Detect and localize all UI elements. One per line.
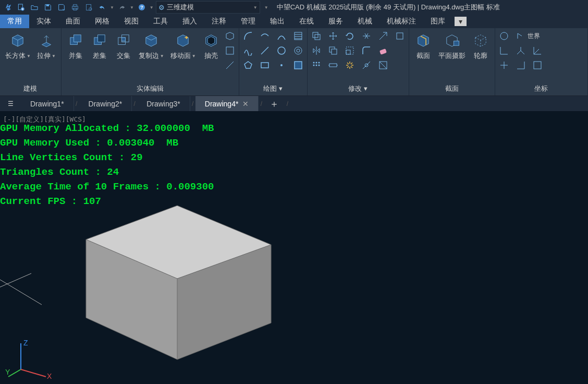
arc2-button[interactable]: [259, 30, 271, 42]
mirror-button[interactable]: [311, 45, 322, 56]
panel-coord: 世界 坐标: [495, 28, 588, 95]
menu-output[interactable]: 输出: [263, 15, 292, 28]
explode-button[interactable]: [344, 59, 356, 71]
box-button[interactable]: 长方体▼: [3, 30, 33, 62]
coord-s1[interactable]: [498, 30, 510, 42]
coord-s4[interactable]: [532, 45, 543, 56]
menu-insert[interactable]: 插入: [175, 15, 204, 28]
ucs-world-button[interactable]: 世界: [515, 30, 540, 42]
viewport[interactable]: [-][自定义][真实][WCS] GPU Memory Allocated :…: [0, 112, 588, 384]
menu-mech-annot[interactable]: 机械标注: [379, 15, 423, 28]
array-button[interactable]: [311, 59, 322, 71]
menu-service[interactable]: 服务: [321, 15, 350, 28]
modify-s4[interactable]: [377, 59, 389, 71]
svg-rect-42: [454, 41, 459, 46]
svg-text:Z: Z: [23, 339, 28, 347]
new-file-button[interactable]: [15, 2, 27, 13]
arc3-button[interactable]: [276, 30, 287, 42]
trim-button[interactable]: [361, 30, 372, 42]
print-preview-button[interactable]: [83, 2, 94, 13]
close-tab-icon[interactable]: ✕: [242, 100, 249, 108]
solid-edit-s1[interactable]: [224, 30, 236, 42]
saveas-button[interactable]: [56, 2, 67, 13]
workspace-selector[interactable]: ⚙三维建模 ▼: [156, 1, 260, 14]
svg-point-34: [315, 62, 317, 64]
coord-s5[interactable]: [498, 59, 510, 71]
svg-text:X: X: [47, 372, 52, 380]
subtract-button[interactable]: 差集: [89, 30, 111, 62]
help-button[interactable]: ?: [136, 2, 148, 13]
undo-button[interactable]: [96, 2, 108, 13]
move-face-button[interactable]: 移动面▼: [168, 30, 198, 62]
extrude-button[interactable]: 拉伸▼: [35, 30, 58, 62]
svg-line-47: [8, 369, 21, 377]
menu-surface[interactable]: 曲面: [58, 15, 88, 28]
section-button[interactable]: 截面: [412, 30, 434, 62]
modify-s1[interactable]: [377, 30, 389, 42]
app-logo: ↯: [2, 3, 13, 13]
circle-button[interactable]: [276, 45, 287, 56]
open-file-button[interactable]: [29, 2, 40, 13]
scale-button[interactable]: [344, 45, 356, 56]
menu-tools[interactable]: 工具: [146, 15, 175, 28]
union-button[interactable]: 并集: [65, 30, 87, 62]
spline-button[interactable]: [242, 45, 254, 56]
menu-mech[interactable]: 机械: [350, 15, 379, 28]
erase-button[interactable]: [377, 45, 389, 56]
panel-modify: 修改 ▾: [308, 28, 409, 95]
coord-s3[interactable]: [515, 45, 526, 56]
menu-online[interactable]: 在线: [292, 15, 321, 28]
doc-tab-4[interactable]: Drawing4*✕: [195, 96, 259, 111]
save-button[interactable]: [42, 2, 54, 13]
rect-button[interactable]: [259, 59, 271, 71]
svg-point-36: [313, 65, 314, 66]
region-button[interactable]: [292, 59, 304, 71]
shell-button[interactable]: 抽壳: [200, 30, 222, 62]
menu-mesh[interactable]: 网格: [88, 15, 117, 28]
offset-button[interactable]: [311, 30, 322, 42]
svg-point-37: [315, 65, 317, 66]
new-tab-button[interactable]: ＋: [264, 96, 285, 111]
solid-edit-s3[interactable]: [224, 59, 236, 71]
tab-menu-button[interactable]: ☰: [0, 96, 21, 111]
svg-point-23: [280, 64, 283, 66]
rotate-button[interactable]: [344, 30, 356, 42]
doc-tab-2[interactable]: Drawing2*: [79, 96, 132, 111]
doc-tab-3[interactable]: Drawing3*: [137, 96, 190, 111]
move-button[interactable]: [327, 30, 339, 42]
doc-tab-1[interactable]: Drawing1*: [21, 96, 74, 111]
menu-expand[interactable]: ▾: [455, 17, 467, 26]
copy-button[interactable]: [327, 45, 339, 56]
line-button[interactable]: [259, 45, 271, 56]
hatch-button[interactable]: [292, 30, 304, 42]
menu-solid[interactable]: 实体: [29, 15, 58, 28]
coord-s2[interactable]: [498, 45, 510, 56]
menu-manage[interactable]: 管理: [234, 15, 263, 28]
modify-s3[interactable]: [361, 59, 372, 71]
menu-view[interactable]: 视图: [117, 15, 146, 28]
menu-common[interactable]: 常用: [0, 15, 29, 28]
stretch-button[interactable]: [327, 59, 339, 71]
copy-edge-button[interactable]: 复制边▼: [137, 30, 166, 62]
flatshot-button[interactable]: 平面摄影: [436, 30, 468, 62]
fillet-button[interactable]: [361, 45, 372, 56]
point-button[interactable]: [276, 59, 287, 71]
panel-solid-edit: 并集 差集 交集 复制边▼ 移动面▼ 抽壳 实体编辑: [62, 28, 239, 95]
coord-s7[interactable]: [532, 59, 543, 71]
ring-button[interactable]: [292, 45, 304, 56]
svg-rect-24: [295, 62, 302, 69]
polygon-button[interactable]: [242, 59, 254, 71]
coord-s6[interactable]: [515, 59, 526, 71]
menu-library[interactable]: 图库: [423, 15, 452, 28]
svg-point-20: [295, 47, 302, 54]
redo-button[interactable]: [116, 2, 128, 13]
plot-button[interactable]: [69, 2, 81, 13]
document-tabs: ☰ Drawing1* / Drawing2* / Drawing3* / Dr…: [0, 96, 588, 112]
intersect-button[interactable]: 交集: [113, 30, 134, 62]
solid-edit-s2[interactable]: [224, 45, 236, 56]
svg-rect-26: [315, 34, 320, 40]
menu-annotate[interactable]: 注释: [204, 15, 234, 28]
profile-button[interactable]: 轮廓: [470, 30, 492, 62]
arc-button[interactable]: [242, 30, 254, 42]
modify-s2[interactable]: [394, 30, 406, 42]
